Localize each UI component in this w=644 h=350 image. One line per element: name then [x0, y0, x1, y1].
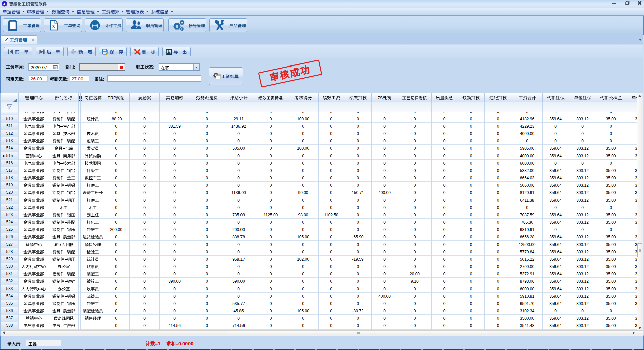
svg-text:X: X — [52, 24, 56, 29]
